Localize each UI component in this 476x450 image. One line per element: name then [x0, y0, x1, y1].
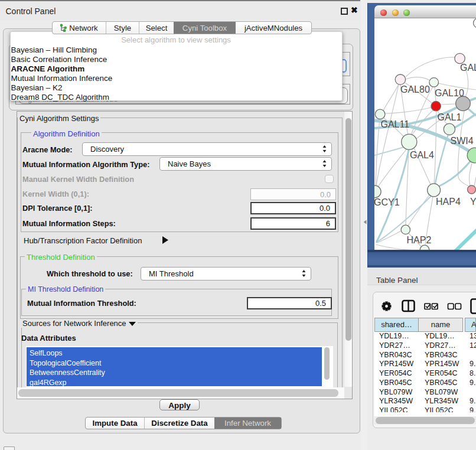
svg-text:YJ: YJ — [470, 197, 476, 207]
svg-text:GCY1: GCY1 — [374, 197, 400, 207]
svg-text:GAL80: GAL80 — [400, 84, 430, 94]
svg-text:GAL1: GAL1 — [438, 112, 462, 122]
svg-text:SWI4: SWI4 — [451, 136, 474, 146]
svg-text:HAP2: HAP2 — [407, 235, 432, 245]
svg-text:GAL2: GAL2 — [460, 63, 476, 73]
svg-text:GAL10: GAL10 — [435, 88, 464, 98]
svg-text:GAL4: GAL4 — [410, 150, 434, 160]
svg-text:HAP4: HAP4 — [436, 197, 461, 207]
svg-text:GAL11: GAL11 — [381, 119, 410, 129]
